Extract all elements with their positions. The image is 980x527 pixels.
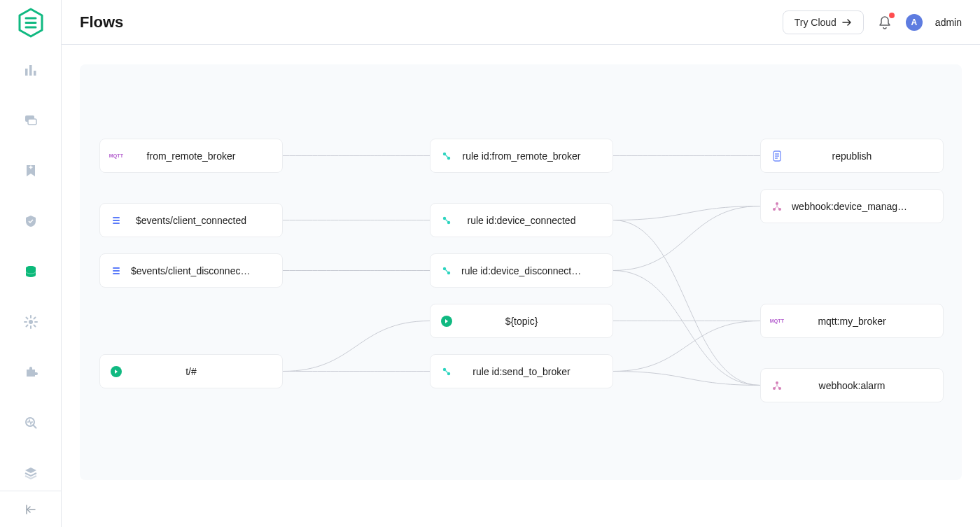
nav-clients[interactable] <box>17 106 45 134</box>
webhook-icon <box>771 379 783 392</box>
flow-node-label: $events/client_disconnected <box>131 265 251 276</box>
flow-node-rule1[interactable]: rule id:from_remote_broker <box>430 139 613 173</box>
activity-icon <box>24 416 38 430</box>
bookmark-icon <box>24 164 38 178</box>
webhook-icon <box>771 200 783 213</box>
chat-icon <box>24 113 38 127</box>
flow-node-label: rule id:from_remote_broker <box>461 150 582 162</box>
flow-node-rule3[interactable]: rule id:device_disconnected <box>430 253 613 288</box>
nav-list <box>17 56 45 487</box>
rule-icon <box>440 214 453 227</box>
flow-node-label: webhook:alarm <box>792 380 912 391</box>
nav-cluster[interactable] <box>17 459 45 487</box>
mqtt-icon: MQTT <box>110 150 122 162</box>
svg-point-6 <box>26 266 36 270</box>
puzzle-icon <box>24 365 38 379</box>
topic-icon <box>110 365 122 378</box>
username: admin <box>935 17 962 28</box>
svg-point-24 <box>776 202 778 205</box>
nav-settings[interactable] <box>17 308 45 336</box>
content-area: MQTTfrom_remote_broker$events/client_con… <box>62 45 980 527</box>
nav-data[interactable] <box>17 258 45 286</box>
database-icon <box>24 265 38 279</box>
svg-point-27 <box>776 381 778 384</box>
flow-node-label: rule id:device_connected <box>461 215 582 226</box>
nav-dashboard[interactable] <box>17 56 45 84</box>
rule-icon <box>440 150 453 162</box>
svg-rect-13 <box>113 270 120 272</box>
mqtt-icon: MQTT <box>771 315 783 328</box>
svg-rect-9 <box>113 217 120 218</box>
collapse-icon <box>24 503 37 516</box>
svg-rect-14 <box>113 273 120 274</box>
republish-icon <box>771 150 783 162</box>
nav-diagnose[interactable] <box>17 409 45 437</box>
page-title: Flows <box>80 13 123 31</box>
flow-node-label: ${topic} <box>461 316 582 327</box>
flow-node-src3[interactable]: $events/client_disconnected <box>99 253 283 288</box>
topic-icon <box>440 315 453 328</box>
gear-icon <box>24 315 38 329</box>
nav-plugins[interactable] <box>17 358 45 386</box>
nav-subscriptions[interactable] <box>17 157 45 185</box>
avatar[interactable]: A <box>906 14 923 31</box>
flow-node-rule5[interactable]: rule id:send_to_broker <box>430 354 613 388</box>
svg-rect-12 <box>113 267 120 269</box>
flow-node-label: mqtt:my_broker <box>792 316 912 327</box>
flow-node-out4[interactable]: webhook:alarm <box>760 368 944 402</box>
try-cloud-button[interactable]: Try Cloud <box>783 10 864 34</box>
notification-dot <box>889 13 895 18</box>
flow-node-src2[interactable]: $events/client_connected <box>99 203 283 237</box>
sidebar <box>0 0 62 527</box>
flow-node-label: rule id:send_to_broker <box>461 366 582 377</box>
emqx-logo-icon <box>17 8 45 38</box>
svg-rect-0 <box>25 69 28 76</box>
notifications-button[interactable] <box>876 14 893 31</box>
header: Flows Try Cloud A admin <box>62 0 980 45</box>
flow-node-label: t/# <box>131 366 251 377</box>
svg-rect-11 <box>113 223 120 224</box>
flow-node-rule2[interactable]: rule id:device_connected <box>430 203 613 237</box>
flow-node-out1[interactable]: republish <box>760 139 944 173</box>
svg-rect-10 <box>113 220 120 221</box>
stack-icon <box>110 265 122 277</box>
logo[interactable] <box>0 0 61 45</box>
flow-node-out3[interactable]: MQTTmqtt:my_broker <box>760 304 944 338</box>
sidebar-collapse-button[interactable] <box>0 491 61 527</box>
flow-node-label: rule id:device_disconnected <box>461 265 582 276</box>
flow-canvas[interactable]: MQTTfrom_remote_broker$events/client_con… <box>80 64 962 480</box>
svg-rect-4 <box>28 119 36 125</box>
flow-node-label: webhook:device_management... <box>792 201 912 212</box>
nav-security[interactable] <box>17 207 45 235</box>
flow-node-src1[interactable]: MQTTfrom_remote_broker <box>99 139 283 173</box>
flow-node-out2[interactable]: webhook:device_management... <box>760 189 944 223</box>
flow-node-label: $events/client_connected <box>131 215 251 226</box>
try-cloud-label: Try Cloud <box>794 17 836 28</box>
flow-node-label: republish <box>792 150 912 162</box>
bar-chart-icon <box>24 63 38 77</box>
stack-icon <box>24 466 38 480</box>
flow-node-rule4[interactable]: ${topic} <box>430 304 613 338</box>
stack-icon <box>110 214 122 227</box>
main: Flows Try Cloud A admin MQTTfrom_remote_… <box>62 0 980 527</box>
arrow-right-icon <box>842 18 852 27</box>
shield-icon <box>24 214 38 228</box>
rule-icon <box>440 365 453 378</box>
svg-rect-2 <box>34 71 36 76</box>
flow-node-label: from_remote_broker <box>131 150 251 162</box>
rule-icon <box>440 265 453 277</box>
svg-point-7 <box>29 320 33 324</box>
svg-rect-1 <box>29 65 32 76</box>
flow-node-src4[interactable]: t/# <box>99 354 283 388</box>
